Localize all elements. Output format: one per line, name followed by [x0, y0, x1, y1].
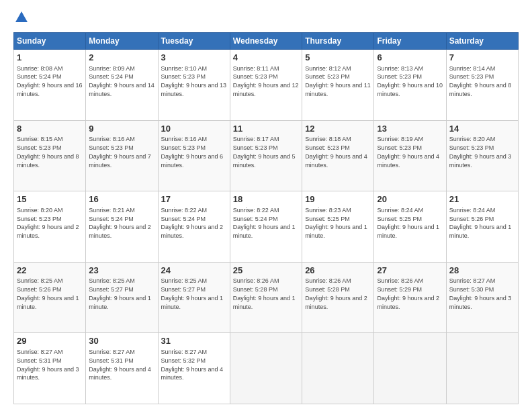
- day-number: 24: [161, 265, 227, 277]
- day-number: 14: [449, 123, 515, 135]
- calendar-cell: [302, 333, 374, 404]
- day-number: 26: [305, 265, 371, 277]
- calendar-cell: 29Sunrise: 8:27 AMSunset: 5:31 PMDayligh…: [14, 333, 86, 404]
- day-number: 20: [377, 193, 443, 205]
- day-info: Sunrise: 8:08 AMSunset: 5:24 PMDaylight:…: [17, 65, 83, 97]
- calendar-cell: 28Sunrise: 8:27 AMSunset: 5:30 PMDayligh…: [446, 262, 518, 333]
- calendar-cell: 11Sunrise: 8:17 AMSunset: 5:23 PMDayligh…: [230, 120, 302, 191]
- day-info: Sunrise: 8:15 AMSunset: 5:23 PMDaylight:…: [17, 136, 79, 168]
- day-number: 11: [233, 123, 299, 135]
- day-number: 2: [89, 52, 154, 64]
- day-info: Sunrise: 8:19 AMSunset: 5:23 PMDaylight:…: [377, 136, 439, 168]
- day-info: Sunrise: 8:12 AMSunset: 5:23 PMDaylight:…: [305, 65, 371, 97]
- day-header-friday: Friday: [374, 33, 446, 50]
- day-number: 22: [17, 265, 83, 277]
- day-info: Sunrise: 8:22 AMSunset: 5:24 PMDaylight:…: [233, 207, 296, 239]
- day-number: 8: [17, 123, 83, 135]
- day-number: 13: [377, 123, 443, 135]
- calendar-cell: 9Sunrise: 8:16 AMSunset: 5:23 PMDaylight…: [86, 120, 158, 191]
- day-number: 30: [89, 335, 154, 347]
- day-info: Sunrise: 8:25 AMSunset: 5:27 PMDaylight:…: [89, 277, 151, 310]
- day-number: 31: [161, 335, 227, 347]
- calendar-cell: 4Sunrise: 8:11 AMSunset: 5:23 PMDaylight…: [230, 50, 302, 121]
- calendar-cell: 7Sunrise: 8:14 AMSunset: 5:23 PMDaylight…: [446, 50, 518, 121]
- day-info: Sunrise: 8:27 AMSunset: 5:30 PMDaylight:…: [449, 277, 512, 310]
- day-header-wednesday: Wednesday: [230, 33, 302, 50]
- day-info: Sunrise: 8:10 AMSunset: 5:23 PMDaylight:…: [161, 65, 227, 97]
- calendar-cell: 6Sunrise: 8:13 AMSunset: 5:23 PMDaylight…: [374, 50, 446, 121]
- day-info: Sunrise: 8:23 AMSunset: 5:25 PMDaylight:…: [305, 207, 367, 239]
- calendar-week-row: 29Sunrise: 8:27 AMSunset: 5:31 PMDayligh…: [14, 333, 519, 404]
- calendar-cell: 17Sunrise: 8:22 AMSunset: 5:24 PMDayligh…: [158, 191, 230, 263]
- day-number: 1: [17, 52, 83, 64]
- day-info: Sunrise: 8:26 AMSunset: 5:28 PMDaylight:…: [233, 277, 296, 310]
- calendar-cell: 23Sunrise: 8:25 AMSunset: 5:27 PMDayligh…: [86, 262, 158, 333]
- day-number: 23: [89, 265, 154, 277]
- day-number: 16: [89, 193, 154, 205]
- day-number: 21: [449, 193, 515, 205]
- day-info: Sunrise: 8:26 AMSunset: 5:28 PMDaylight:…: [305, 277, 367, 310]
- calendar-week-row: 8Sunrise: 8:15 AMSunset: 5:23 PMDaylight…: [14, 120, 519, 191]
- day-info: Sunrise: 8:16 AMSunset: 5:23 PMDaylight:…: [161, 136, 224, 168]
- day-number: 12: [305, 123, 371, 135]
- page: SundayMondayTuesdayWednesdayThursdayFrid…: [0, 0, 532, 411]
- calendar-cell: 19Sunrise: 8:23 AMSunset: 5:25 PMDayligh…: [302, 191, 374, 263]
- day-number: 9: [89, 123, 154, 135]
- calendar-cell: 25Sunrise: 8:26 AMSunset: 5:28 PMDayligh…: [230, 262, 302, 333]
- calendar-body: 1Sunrise: 8:08 AMSunset: 5:24 PMDaylight…: [14, 50, 519, 404]
- calendar-cell: 31Sunrise: 8:27 AMSunset: 5:32 PMDayligh…: [158, 333, 230, 404]
- day-info: Sunrise: 8:27 AMSunset: 5:32 PMDaylight:…: [161, 349, 224, 381]
- day-number: 19: [305, 193, 371, 205]
- day-number: 5: [305, 52, 371, 64]
- day-header-saturday: Saturday: [446, 33, 518, 50]
- day-info: Sunrise: 8:18 AMSunset: 5:23 PMDaylight:…: [305, 136, 367, 168]
- calendar-cell: [446, 333, 518, 404]
- calendar-week-row: 1Sunrise: 8:08 AMSunset: 5:24 PMDaylight…: [14, 50, 519, 121]
- day-header-sunday: Sunday: [14, 33, 86, 50]
- day-number: 25: [233, 265, 299, 277]
- day-number: 17: [161, 193, 227, 205]
- day-header-monday: Monday: [86, 33, 158, 50]
- day-info: Sunrise: 8:25 AMSunset: 5:26 PMDaylight:…: [17, 277, 79, 310]
- calendar-cell: 2Sunrise: 8:09 AMSunset: 5:24 PMDaylight…: [86, 50, 158, 121]
- day-info: Sunrise: 8:21 AMSunset: 5:24 PMDaylight:…: [89, 207, 151, 239]
- day-number: 28: [449, 265, 515, 277]
- logo-icon: [15, 11, 28, 22]
- calendar-cell: 21Sunrise: 8:24 AMSunset: 5:26 PMDayligh…: [446, 191, 518, 263]
- calendar-cell: [230, 333, 302, 404]
- day-header-tuesday: Tuesday: [158, 33, 230, 50]
- calendar-cell: 26Sunrise: 8:26 AMSunset: 5:28 PMDayligh…: [302, 262, 374, 333]
- calendar-cell: 20Sunrise: 8:24 AMSunset: 5:25 PMDayligh…: [374, 191, 446, 263]
- day-number: 29: [17, 335, 83, 347]
- day-header-thursday: Thursday: [302, 33, 374, 50]
- day-info: Sunrise: 8:27 AMSunset: 5:31 PMDaylight:…: [17, 349, 79, 381]
- svg-marker-0: [15, 11, 28, 22]
- day-number: 6: [377, 52, 443, 64]
- day-info: Sunrise: 8:11 AMSunset: 5:23 PMDaylight:…: [233, 65, 299, 97]
- day-number: 27: [377, 265, 443, 277]
- day-info: Sunrise: 8:22 AMSunset: 5:24 PMDaylight:…: [161, 207, 224, 239]
- day-info: Sunrise: 8:13 AMSunset: 5:23 PMDaylight:…: [377, 65, 443, 97]
- day-info: Sunrise: 8:17 AMSunset: 5:23 PMDaylight:…: [233, 136, 296, 168]
- day-number: 18: [233, 193, 299, 205]
- day-number: 4: [233, 52, 299, 64]
- calendar-cell: 27Sunrise: 8:26 AMSunset: 5:29 PMDayligh…: [374, 262, 446, 333]
- day-info: Sunrise: 8:25 AMSunset: 5:27 PMDaylight:…: [161, 277, 224, 310]
- day-info: Sunrise: 8:24 AMSunset: 5:26 PMDaylight:…: [449, 207, 512, 239]
- calendar-cell: 14Sunrise: 8:20 AMSunset: 5:23 PMDayligh…: [446, 120, 518, 191]
- day-number: 10: [161, 123, 227, 135]
- header: [13, 10, 519, 26]
- day-info: Sunrise: 8:24 AMSunset: 5:25 PMDaylight:…: [377, 207, 439, 239]
- calendar-cell: 12Sunrise: 8:18 AMSunset: 5:23 PMDayligh…: [302, 120, 374, 191]
- calendar-cell: 5Sunrise: 8:12 AMSunset: 5:23 PMDaylight…: [302, 50, 374, 121]
- day-info: Sunrise: 8:14 AMSunset: 5:23 PMDaylight:…: [449, 65, 512, 97]
- day-number: 3: [161, 52, 227, 64]
- calendar-week-row: 15Sunrise: 8:20 AMSunset: 5:23 PMDayligh…: [14, 191, 519, 263]
- calendar-cell: 18Sunrise: 8:22 AMSunset: 5:24 PMDayligh…: [230, 191, 302, 263]
- day-info: Sunrise: 8:27 AMSunset: 5:31 PMDaylight:…: [89, 349, 151, 381]
- calendar-cell: 30Sunrise: 8:27 AMSunset: 5:31 PMDayligh…: [86, 333, 158, 404]
- day-info: Sunrise: 8:20 AMSunset: 5:23 PMDaylight:…: [17, 207, 79, 239]
- calendar-header-row: SundayMondayTuesdayWednesdayThursdayFrid…: [14, 33, 519, 50]
- calendar-week-row: 22Sunrise: 8:25 AMSunset: 5:26 PMDayligh…: [14, 262, 519, 333]
- calendar-cell: 1Sunrise: 8:08 AMSunset: 5:24 PMDaylight…: [14, 50, 86, 121]
